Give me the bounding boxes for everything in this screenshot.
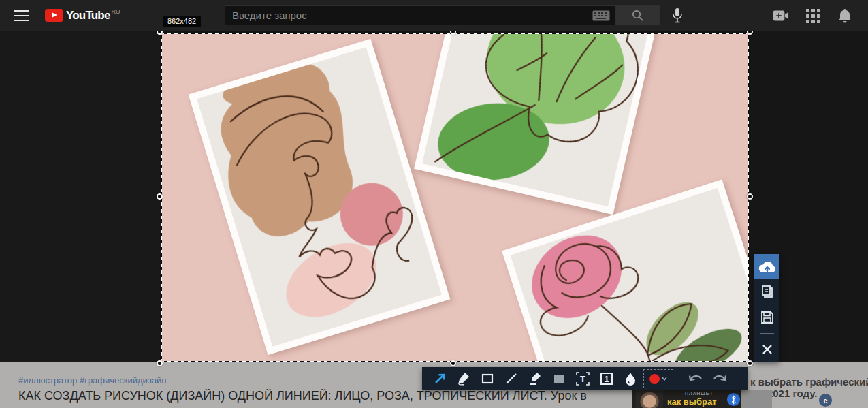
bell-icon bbox=[837, 7, 852, 24]
screen: YouTube RU bbox=[0, 0, 868, 408]
search-input[interactable] bbox=[225, 10, 592, 21]
selection-size-label: 862x482 bbox=[163, 16, 201, 27]
youtube-header: YouTube RU bbox=[0, 0, 868, 31]
thumbnail-face-image bbox=[636, 389, 663, 408]
close-icon bbox=[762, 344, 773, 355]
undo-icon bbox=[688, 373, 704, 385]
copy-button[interactable] bbox=[754, 279, 779, 304]
microphone-icon bbox=[672, 7, 683, 24]
side-toolbar-separator bbox=[754, 330, 779, 336]
text-tool-glyph: T bbox=[580, 374, 585, 384]
video-title: КАК СОЗДАТЬ РИСУНОК (ДИЗАЙН) ОДНОЙ ЛИНИЕ… bbox=[18, 389, 602, 403]
upload-cloud-button[interactable] bbox=[754, 254, 779, 279]
youtube-country-badge: RU bbox=[112, 8, 120, 15]
close-button[interactable] bbox=[754, 336, 779, 362]
save-button[interactable] bbox=[754, 304, 779, 330]
pencil-tool-button[interactable] bbox=[451, 367, 475, 390]
apps-grid-button[interactable] bbox=[805, 7, 821, 24]
line-icon bbox=[504, 372, 518, 386]
suggested-video-thumbnail[interactable]: ПЛАНШЕТ как выбрат bbox=[632, 389, 741, 408]
keyboard-icon[interactable] bbox=[592, 10, 610, 21]
hamburger-menu-icon[interactable] bbox=[14, 10, 29, 21]
video-camera-plus-icon bbox=[773, 10, 789, 22]
youtube-logo-text: YouTube bbox=[66, 9, 110, 22]
dimmed-area-left bbox=[0, 31, 161, 363]
youtube-play-icon bbox=[45, 9, 63, 22]
rectangle-tool-button[interactable] bbox=[475, 367, 499, 390]
text-tool-button[interactable]: T bbox=[570, 367, 594, 390]
capture-draw-toolbar: T 1 bbox=[422, 367, 748, 390]
youtube-logo[interactable]: YouTube RU bbox=[45, 9, 120, 22]
voice-search-button[interactable] bbox=[669, 7, 686, 25]
number-tool-icon: 1 bbox=[599, 371, 614, 386]
thumbnail-caption-top: ПЛАНШЕТ bbox=[685, 391, 713, 396]
filled-rectangle-icon bbox=[552, 372, 566, 386]
droplet-icon bbox=[624, 371, 637, 386]
apps-grid-icon bbox=[806, 9, 820, 23]
arrow-icon bbox=[433, 372, 447, 386]
create-video-button[interactable] bbox=[773, 7, 789, 24]
text-tool-icon: T bbox=[575, 371, 590, 386]
filled-rectangle-tool-button[interactable] bbox=[547, 367, 570, 390]
redo-icon bbox=[711, 373, 728, 385]
search-area bbox=[225, 5, 660, 25]
pencil-icon bbox=[456, 371, 471, 386]
copy-icon bbox=[760, 285, 774, 300]
number-tool-button[interactable]: 1 bbox=[594, 367, 618, 390]
bluetooth-icon bbox=[727, 393, 740, 406]
suggested-title-line1: к выбрать графический bbox=[750, 376, 868, 388]
notifications-button[interactable] bbox=[837, 7, 853, 24]
marker-icon bbox=[528, 371, 543, 386]
marker-tool-button[interactable] bbox=[523, 367, 547, 390]
search-icon bbox=[631, 9, 644, 22]
thumbnail-caption-main: как выбрат bbox=[667, 396, 717, 407]
arrow-tool-button[interactable] bbox=[428, 367, 451, 390]
search-box bbox=[225, 5, 616, 25]
undo-button[interactable] bbox=[684, 367, 707, 390]
number-tool-glyph: 1 bbox=[604, 375, 609, 384]
redo-button[interactable] bbox=[707, 367, 731, 390]
toolbar-separator bbox=[679, 372, 679, 386]
capture-side-toolbar bbox=[754, 254, 779, 362]
cloud-upload-icon bbox=[758, 260, 776, 274]
line-tool-button[interactable] bbox=[499, 367, 523, 390]
capture-selection-image[interactable] bbox=[161, 33, 748, 362]
video-hashtags[interactable]: #иллюстратор #графическийдизайн bbox=[18, 375, 167, 386]
search-button[interactable] bbox=[616, 5, 660, 25]
chevron-down-icon bbox=[662, 377, 667, 381]
thumbnail-gray-segment bbox=[741, 390, 772, 408]
rectangle-icon bbox=[481, 372, 494, 386]
tray-e-icon: e bbox=[819, 394, 832, 407]
save-floppy-icon bbox=[760, 311, 774, 324]
color-picker-button[interactable] bbox=[643, 369, 673, 388]
blur-tool-button[interactable] bbox=[618, 367, 642, 390]
current-color-swatch bbox=[649, 374, 660, 384]
